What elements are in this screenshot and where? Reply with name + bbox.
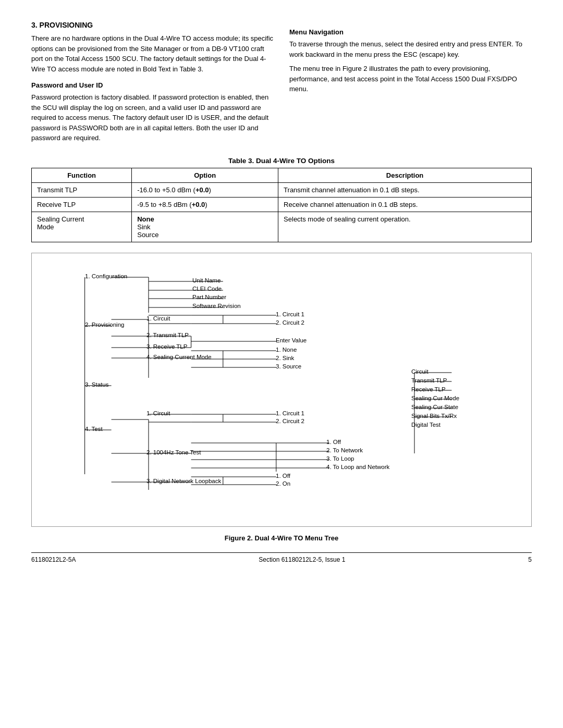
label-sealing-mode: 4. Sealing Current Mode	[146, 354, 212, 360]
option-cell: -9.5 to +8.5 dBm (+0.0)	[132, 197, 278, 212]
label-configuration: 1. Configuration	[85, 273, 127, 279]
label-to-loop: 3. To Loop	[326, 455, 354, 462]
label-none: 1. None	[276, 347, 297, 353]
footer-center: Section 61180212L2-5, Issue 1	[259, 556, 345, 563]
section-title: 3. PROVISIONING	[31, 21, 274, 29]
menu-paragraph-1: To traverse through the menus, select th…	[289, 39, 532, 59]
label-status-signal-bits: Signal Bits Tx/Rx	[411, 413, 457, 419]
col-header-option: Option	[132, 168, 278, 182]
option-cell: NoneSinkSource	[132, 212, 278, 242]
label-to-network: 2. To Network	[326, 447, 363, 453]
label-status-transmit: Transmit TLP	[411, 377, 447, 384]
function-cell: Sealing CurrentMode	[32, 212, 132, 242]
label-status-sealing-mode: Sealing Cur Mode	[411, 395, 459, 401]
footer-left: 61180212L2-5A	[31, 556, 76, 563]
table-row: Transmit TLP -16.0 to +5.0 dBm (+0.0) Tr…	[32, 182, 532, 197]
label-unit-name: Unit Name	[192, 277, 221, 283]
col-header-function: Function	[32, 168, 132, 182]
label-source: 3. Source	[276, 363, 301, 369]
options-table: Function Option Description Transmit TLP…	[31, 168, 532, 242]
label-circuit-test: 1. Circuit	[146, 410, 170, 416]
table-row: Sealing CurrentMode NoneSinkSource Selec…	[32, 212, 532, 242]
function-cell: Transmit TLP	[32, 182, 132, 197]
label-sink: 2. Sink	[276, 355, 294, 361]
footer-right: 5	[528, 556, 532, 563]
page-footer: 61180212L2-5A Section 61180212L2-5, Issu…	[31, 552, 532, 563]
function-cell: Receive TLP	[32, 197, 132, 212]
description-cell: Receive channel attenuation in 0.1 dB st…	[278, 197, 532, 212]
label-receive-tlp: 3. Receive TLP	[146, 343, 187, 350]
label-software-revision: Software Revision	[192, 303, 241, 309]
label-status-circuit: Circuit	[411, 368, 429, 375]
table-title: Table 3. Dual 4-Wire TO Options	[31, 157, 532, 165]
menu-heading: Menu Navigation	[289, 28, 532, 36]
figure-caption: Figure 2. Dual 4-Wire TO Menu Tree	[31, 534, 532, 542]
password-paragraph: Password protection is factory disabled.…	[31, 92, 274, 143]
label-provisioning: 2. Provisioning	[85, 322, 124, 328]
label-clei: CLEI Code	[192, 286, 222, 292]
label-to-loop-network: 4. To Loop and Network	[326, 464, 389, 470]
label-transmit-tlp: 2. Transmit TLP	[146, 332, 189, 338]
label-status: 3. Status	[85, 381, 108, 388]
label-circuit1-test: 1. Circuit 1	[276, 410, 304, 416]
label-test: 4. Test	[85, 426, 103, 432]
label-status-sealing-state: Sealing Cur State	[411, 404, 458, 410]
label-on: 2. On	[276, 480, 290, 487]
menu-paragraph-2: The menu tree in Figure 2 illustrates th…	[289, 64, 532, 94]
label-status-receive: Receive TLP	[411, 386, 446, 392]
left-column: 3. PROVISIONING There are no hardware op…	[31, 21, 274, 147]
password-heading: Password and User ID	[31, 81, 274, 89]
label-circuit-prov: 1. Circuit	[146, 315, 170, 322]
col-header-description: Description	[278, 168, 532, 182]
option-cell: -16.0 to +5.0 dBm (+0.0)	[132, 182, 278, 197]
right-column: Menu Navigation To traverse through the …	[289, 21, 532, 147]
two-column-intro: 3. PROVISIONING There are no hardware op…	[31, 21, 532, 147]
label-status-digital-test: Digital Test	[411, 422, 440, 428]
label-tone-test: 2. 1004Hz Tone Test	[146, 449, 201, 455]
label-digital-loopback: 3. Digital Network Loopback	[146, 478, 221, 484]
label-circuit2-test: 2. Circuit 2	[276, 418, 304, 424]
label-off2: 1. Off	[276, 473, 290, 479]
diagram-inner: 1. Configuration Unit Name CLEI Code Par…	[42, 266, 521, 516]
description-cell: Transmit channel attenuation in 0.1 dB s…	[278, 182, 532, 197]
description-cell: Selects mode of sealing current operatio…	[278, 212, 532, 242]
page-content: 3. PROVISIONING There are no hardware op…	[31, 21, 532, 563]
label-part-number: Part Number	[192, 294, 226, 300]
table-row: Receive TLP -9.5 to +8.5 dBm (+0.0) Rece…	[32, 197, 532, 212]
label-circuit2-prov: 2. Circuit 2	[276, 319, 304, 326]
label-off1: 1. Off	[326, 439, 341, 445]
label-circuit1-prov: 1. Circuit 1	[276, 311, 304, 317]
diagram-box: 1. Configuration Unit Name CLEI Code Par…	[31, 253, 532, 527]
intro-paragraph: There are no hardware options in the Dua…	[31, 33, 274, 74]
label-enter-value: Enter Value	[276, 337, 307, 343]
